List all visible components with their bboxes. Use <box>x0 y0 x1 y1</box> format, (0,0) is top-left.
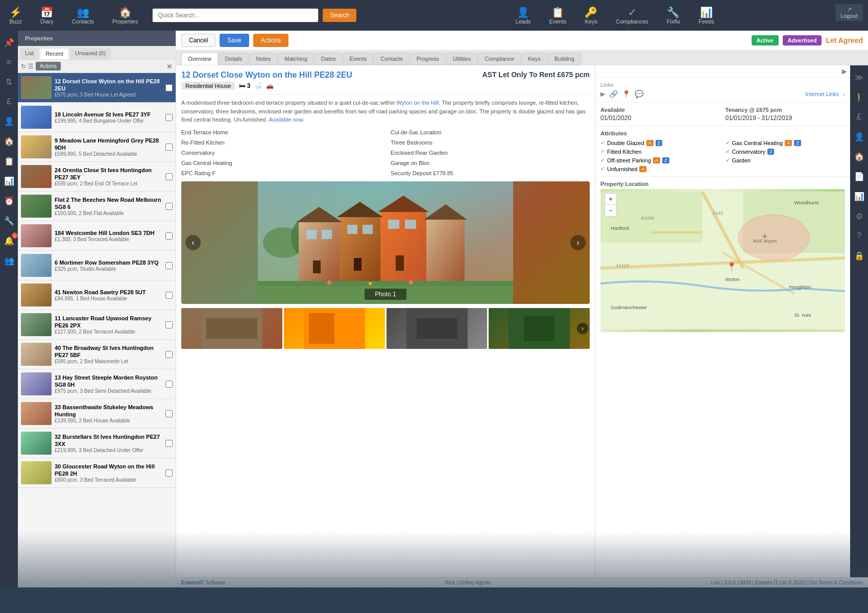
right-nav-home-icon[interactable]: 🏠 <box>852 150 866 163</box>
search-button[interactable]: Search <box>323 9 356 22</box>
property-item-12[interactable]: 32 Burstellars St Ives Huntingdon PE27 3… <box>18 429 176 458</box>
nav-feeds[interactable]: 📊 Feeds <box>694 4 718 27</box>
photo-next-button[interactable]: › <box>570 235 586 250</box>
right-nav-chart-icon[interactable]: 📊 <box>852 190 866 203</box>
location-icon[interactable]: 📍 <box>622 90 631 98</box>
actions-button[interactable]: Actions <box>253 34 288 47</box>
tab-building[interactable]: Building <box>548 53 581 65</box>
thumb-2[interactable] <box>284 308 385 349</box>
sidebar-pound-icon[interactable]: £ <box>5 95 13 108</box>
sidebar-home-icon[interactable]: 🏠 <box>2 134 16 148</box>
chain-icon[interactable]: 🔗 <box>609 90 618 98</box>
nav-events[interactable]: 📋 Events <box>545 4 571 27</box>
right-nav-document-icon[interactable]: 📄 <box>852 170 866 183</box>
property-checkbox-13[interactable] <box>165 469 173 477</box>
tab-contacts[interactable]: Contacts <box>374 53 409 65</box>
property-item-2[interactable]: 9 Meadow Lane Hemingford Grey PE28 9DH £… <box>18 132 176 162</box>
property-item-6[interactable]: 6 Mortimer Row Somersham PE28 3YQ £325 p… <box>18 251 176 280</box>
nav-contacts[interactable]: 👥 Contacts <box>68 4 98 27</box>
sidebar-notification-icon[interactable]: 🔔 2 <box>2 234 16 248</box>
right-nav-person2-icon[interactable]: 👤 <box>852 130 866 144</box>
speech-icon[interactable]: 💬 <box>635 90 643 98</box>
internet-links-btn[interactable]: Internet Links <box>805 91 839 97</box>
internet-links-arrow[interactable]: › <box>843 91 845 97</box>
property-checkbox-3[interactable] <box>165 173 173 180</box>
tab-compliance[interactable]: Compliance <box>478 53 521 65</box>
tab-progress[interactable]: Progress <box>410 53 446 65</box>
terms-link[interactable]: Our Terms & Conditions <box>809 580 863 585</box>
refresh-icon[interactable]: ↻ <box>21 63 26 70</box>
nav-properties[interactable]: 🏠 Properties <box>108 4 142 27</box>
cancel-button[interactable]: Cancel <box>181 34 215 47</box>
tab-matching[interactable]: Matching <box>278 53 314 65</box>
right-nav-settings-icon[interactable]: ⚙ <box>854 209 865 223</box>
right-nav-person-icon[interactable]: 🚶 <box>852 90 866 104</box>
search-input[interactable] <box>152 8 319 22</box>
property-checkbox-0[interactable] <box>165 84 173 91</box>
save-button[interactable]: Save <box>220 34 249 47</box>
thumb-next-button[interactable]: › <box>577 323 588 334</box>
right-nav-pound-icon[interactable]: £ <box>855 110 863 124</box>
property-item-1[interactable]: 18 Lincoln Avenue St Ives PE27 3YF £199,… <box>18 103 176 132</box>
sidebar-sort-icon[interactable]: ⇅ <box>4 75 14 89</box>
sidebar-clock-icon[interactable]: ⏰ <box>2 194 16 208</box>
nav-leads[interactable]: 👤 Leads <box>512 4 535 27</box>
nav-compliances[interactable]: ✓ Compliances <box>612 4 653 27</box>
property-checkbox-7[interactable] <box>165 292 173 299</box>
sidebar-pin-icon[interactable]: 📌 <box>2 36 16 50</box>
property-checkbox-12[interactable] <box>165 440 173 447</box>
sidebar-wrench-icon[interactable]: 🔧 <box>2 214 16 228</box>
nav-buzz[interactable]: ⚡ Buzz <box>5 4 26 27</box>
play-icon[interactable]: ▶ <box>600 90 605 98</box>
tab-recent[interactable]: Recent <box>40 48 69 59</box>
property-item-5[interactable]: 184 Westcombe Hill London SE3 7DH £1,300… <box>18 221 176 251</box>
property-item-11[interactable]: 33 Bassenthwaite Stukeley Meadows Huntin… <box>18 399 176 429</box>
thumb-3[interactable] <box>387 308 488 349</box>
tab-unsaved[interactable]: Unsaved (0) <box>70 48 111 59</box>
tab-list[interactable]: List <box>20 48 39 59</box>
property-checkbox-10[interactable] <box>165 381 173 388</box>
property-item-0[interactable]: 12 Dorset Close Wyton on the Hill PE28 2… <box>18 73 176 103</box>
property-item-3[interactable]: 24 Orentia Close St Ives Huntingdon PE27… <box>18 162 176 192</box>
list-view-icon[interactable]: ☰ <box>28 63 34 70</box>
property-checkbox-1[interactable] <box>165 114 173 121</box>
right-panel-arrow-btn[interactable]: ▶ <box>842 67 847 75</box>
property-item-7[interactable]: 41 Newton Road Sawtry PE28 5UT £84,995, … <box>18 280 176 310</box>
property-item-13[interactable]: 30 Gloucester Road Wyton on the Hill PE2… <box>18 458 176 488</box>
property-checkbox-6[interactable] <box>165 262 173 269</box>
tab-dates[interactable]: Dates <box>315 53 343 65</box>
property-checkbox-11[interactable] <box>165 410 173 417</box>
property-item-4[interactable]: Flat 2 The Beeches New Road Melbourn SG8… <box>18 192 176 221</box>
actions-button[interactable]: Actions <box>36 62 61 70</box>
thumb-4[interactable] <box>489 308 590 349</box>
zoom-in-button[interactable]: + <box>605 194 616 205</box>
property-checkbox-5[interactable] <box>165 232 173 240</box>
sidebar-list-icon[interactable]: ≡ <box>5 56 13 69</box>
sidebar-person-icon[interactable]: 👤 <box>2 114 16 128</box>
right-nav-help-icon[interactable]: ? <box>855 229 863 243</box>
nav-diary[interactable]: 📅 Diary <box>36 4 58 27</box>
zoom-out-button[interactable]: − <box>605 205 616 216</box>
property-item-8[interactable]: 11 Lancaster Road Upwood Ramsey PE26 2PX… <box>18 310 176 340</box>
property-checkbox-4[interactable] <box>165 203 173 210</box>
sidebar-clipboard-icon[interactable]: 📋 <box>2 154 16 168</box>
property-item-9[interactable]: 40 The Broadway St Ives Huntingdon PE27 … <box>18 340 176 369</box>
thumb-1[interactable] <box>181 308 282 349</box>
close-panel-button[interactable]: ✕ <box>166 62 173 70</box>
property-checkbox-2[interactable] <box>165 144 173 151</box>
logout-button[interactable]: ↗ Logout <box>835 4 863 21</box>
sidebar-users-icon[interactable]: 👥 <box>2 254 16 268</box>
nav-keys[interactable]: 🔑 Keys <box>581 4 601 27</box>
tab-overview[interactable]: Overview <box>181 53 218 65</box>
right-nav-collapse-icon[interactable]: ≫ <box>853 70 865 84</box>
property-checkbox-9[interactable] <box>165 351 173 358</box>
tab-notes[interactable]: Notes <box>249 53 277 65</box>
sidebar-chart-icon[interactable]: 📊 <box>2 174 16 188</box>
photo-prev-button[interactable]: ‹ <box>185 235 201 250</box>
nav-fixflo[interactable]: 🔧 Fixflo <box>663 4 684 27</box>
tab-events[interactable]: Events <box>343 53 374 65</box>
right-nav-lock-icon[interactable]: 🔒 <box>852 249 866 263</box>
tab-keys[interactable]: Keys <box>521 53 547 65</box>
property-item-10[interactable]: 13 Hay Street Steeple Morden Royston SG8… <box>18 369 176 399</box>
property-checkbox-8[interactable] <box>165 321 173 328</box>
